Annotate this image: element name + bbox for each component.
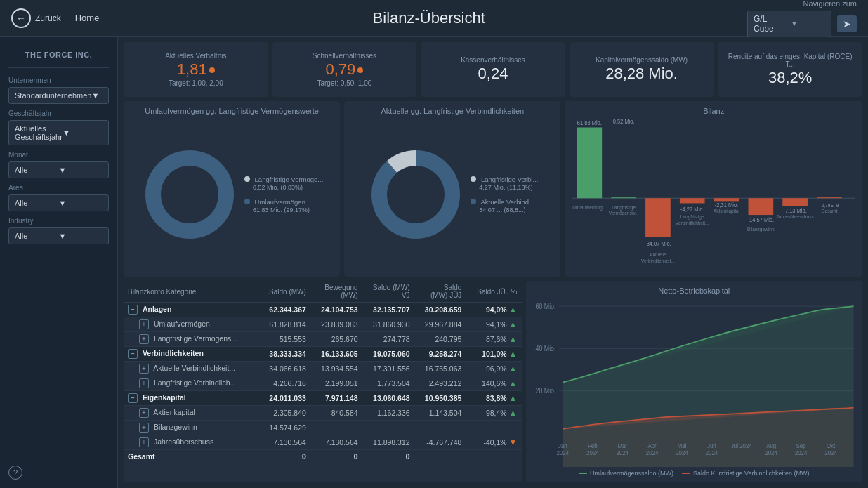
filter-geschaeftsjahr[interactable]: Aktuelles Geschäftsjahr ▼ <box>8 120 109 145</box>
svg-text:Bilanzgewinn: Bilanzgewinn <box>748 227 775 232</box>
table-cell-name: − Verbindlichkeiten <box>124 347 258 362</box>
col-header-kategorie: Bilanzkonto Kategorie <box>124 281 258 303</box>
expand-icon[interactable]: + <box>139 408 149 418</box>
table-cell-name: + Jahresüberschuss <box>124 435 258 450</box>
table-row: + Bilanzgewinn 14.574.629 <box>124 421 522 435</box>
table-cell-saldo-vj: 19.075.060 <box>362 347 414 362</box>
kpi-aktuelles-target: Target: 1,00, 2,00 <box>169 79 223 87</box>
table-cell-juj-pct: 101,0% ▲ <box>466 347 521 362</box>
table-cell-bewegung: 7.971.148 <box>310 391 362 406</box>
svg-text:-2,79E -9: -2,79E -9 <box>820 202 839 207</box>
svg-rect-15 <box>714 198 739 201</box>
bilanz-chart-area: 61,83 Mio. 0,52 Mio. -34,07 Mio. -4,27 M… <box>572 118 855 271</box>
svg-rect-9 <box>612 197 637 198</box>
kpi-kapital-label: Kapitalvermögenssaldo (MW) <box>596 56 688 64</box>
status-dot <box>357 67 363 73</box>
collapse-icon[interactable]: − <box>128 393 138 403</box>
table-cell-saldo: 515.553 <box>258 332 310 347</box>
table-cell-juj-pct: 94,1% ▲ <box>466 317 521 332</box>
table-cell-saldo-vj: 32.135.707 <box>362 303 414 317</box>
table-cell-name: − Anlagen <box>124 303 258 317</box>
home-link[interactable]: Home <box>75 13 100 23</box>
expand-icon[interactable]: + <box>139 437 149 447</box>
netto-title: Netto-Betriebskapital <box>532 286 857 295</box>
chevron-down-icon: ▼ <box>63 128 103 137</box>
svg-text:40 Mio.: 40 Mio. <box>535 344 555 352</box>
table-card: Bilanzkonto Kategorie Saldo (MW) Bewegun… <box>124 281 522 482</box>
svg-text:Jul 2024: Jul 2024 <box>730 442 751 450</box>
kpi-aktuelles: Aktuelles Verhältnis 1,81 Target: 1,00, … <box>124 42 268 97</box>
sidebar-logo: THE FORCE INC. <box>8 45 109 68</box>
table-cell-bewegung: 23.839.083 <box>310 317 362 332</box>
table-cell-bewegung: 265.670 <box>310 332 362 347</box>
col-header-saldo-juj: Saldo(MW) JÜJ <box>414 281 466 303</box>
kpi-kapital-value: 28,28 Mio. <box>605 65 678 82</box>
bilanz-chart: Bilanz 61,83 Mio. 0,52 Mio. <box>565 101 862 277</box>
filter-area[interactable]: Alle ▼ <box>8 194 109 211</box>
table-cell-saldo-vj: 17.301.556 <box>362 362 414 376</box>
legend-label: Langfristige Verbi... <box>481 176 538 183</box>
svg-text:60 Mio.: 60 Mio. <box>535 302 555 310</box>
legend-dot-light <box>244 176 250 182</box>
svg-text:0,52 Mio.: 0,52 Mio. <box>613 119 635 125</box>
kpi-aktuelles-label: Aktuelles Verhältnis <box>165 52 226 60</box>
table-cell-name: + Aktuelle Verbindlichkeit... <box>124 362 258 376</box>
kpi-schnell-label: Schnellverhältnisses <box>313 52 376 60</box>
table-cell-saldo: 0 <box>258 450 310 463</box>
collapse-icon[interactable]: − <box>128 305 138 315</box>
expand-icon[interactable]: + <box>139 423 149 433</box>
table-cell-saldo-juj: 240.795 <box>414 332 466 347</box>
table-row: − Eigenkapital 24.011.033 7.971.148 13.0… <box>124 391 522 406</box>
table-cell-bewegung: 7.130.564 <box>310 435 362 450</box>
svg-rect-21 <box>817 197 843 198</box>
table-scroll[interactable]: Bilanzkonto Kategorie Saldo (MW) Bewegun… <box>124 281 522 482</box>
expand-icon[interactable]: + <box>139 378 149 388</box>
filter-industry[interactable]: Alle ▼ <box>8 227 109 244</box>
table-total-row: Gesamt 0 0 0 <box>124 450 522 463</box>
expand-icon[interactable]: + <box>139 364 149 374</box>
donut1-svg <box>140 145 239 244</box>
filter-monat[interactable]: Alle ▼ <box>8 161 109 178</box>
kpi-kassen-value: 0,24 <box>478 65 508 82</box>
svg-text:2024: 2024 <box>705 449 718 456</box>
kpi-schnell-value: 0,79 <box>325 61 363 78</box>
svg-text:2024: 2024 <box>824 449 837 456</box>
legend-value: 61,83 Mio. (99,17%) <box>244 206 310 213</box>
nav-navigate-button[interactable]: ➤ <box>837 15 857 32</box>
svg-text:Jahresüberschuss: Jahresüberschuss <box>777 214 815 219</box>
table-cell-saldo-vj: 1.162.336 <box>362 406 414 421</box>
donut1-title: Umlaufvermögen gg. Langfristige Vermögen… <box>131 107 333 115</box>
filter-unternehmen[interactable]: Standardunternehmen ▼ <box>8 87 109 104</box>
svg-rect-11 <box>646 198 671 237</box>
table-row: + Langfristige Vermögens... 515.553 265.… <box>124 332 522 347</box>
table-cell-bewegung: 2.199.051 <box>310 376 362 391</box>
back-button[interactable]: ← Zurück <box>11 8 61 28</box>
svg-text:Verbindlichkeit...: Verbindlichkeit... <box>642 258 676 263</box>
header: ← Zurück Home Bilanz-Übersicht Navigiere… <box>0 0 868 37</box>
nav-dropdown[interactable]: G/L Cube ▼ <box>747 11 831 37</box>
svg-text:61,83 Mio.: 61,83 Mio. <box>577 120 602 126</box>
content-area: Aktuelles Verhältnis 1,81 Target: 1,00, … <box>118 37 868 488</box>
svg-text:2024: 2024 <box>794 449 807 456</box>
filter-label-industry: Industry <box>8 217 109 225</box>
kpi-row: Aktuelles Verhältnis 1,81 Target: 1,00, … <box>124 42 862 97</box>
legend-value: 0,52 Mio. (0,83%) <box>244 184 303 191</box>
nav-label: Navigieren zum <box>803 0 857 8</box>
help-icon[interactable]: ? <box>8 466 22 480</box>
chevron-down-icon: ▼ <box>59 166 103 174</box>
expand-icon[interactable]: + <box>139 319 149 329</box>
legend-item: Langfristige Verbi... 4,27 Mio. (11,13%) <box>471 176 538 191</box>
table-cell-bewegung <box>310 421 362 435</box>
table-cell-saldo-juj: 9.258.274 <box>414 347 466 362</box>
netto-legend: Umlaufvermögenssaldo (MW) Saldo Kurzfris… <box>532 470 857 477</box>
svg-rect-17 <box>749 198 774 215</box>
table-row: + Aktienkapital 2.305.840 840.584 1.162.… <box>124 406 522 421</box>
chevron-down-icon: ▼ <box>791 20 825 27</box>
table-cell-saldo-juj: 1.143.504 <box>414 406 466 421</box>
legend-line-green <box>579 473 587 474</box>
expand-icon[interactable]: + <box>139 334 149 344</box>
donut-chart-2: Aktuelle gg. Langfristige Verbindlichkei… <box>344 101 560 277</box>
kpi-kapital: Kapitalvermögenssaldo (MW) 28,28 Mio. <box>570 42 714 97</box>
collapse-icon[interactable]: − <box>128 349 138 359</box>
legend-label-green: Umlaufvermögenssaldo (MW) <box>590 470 673 477</box>
